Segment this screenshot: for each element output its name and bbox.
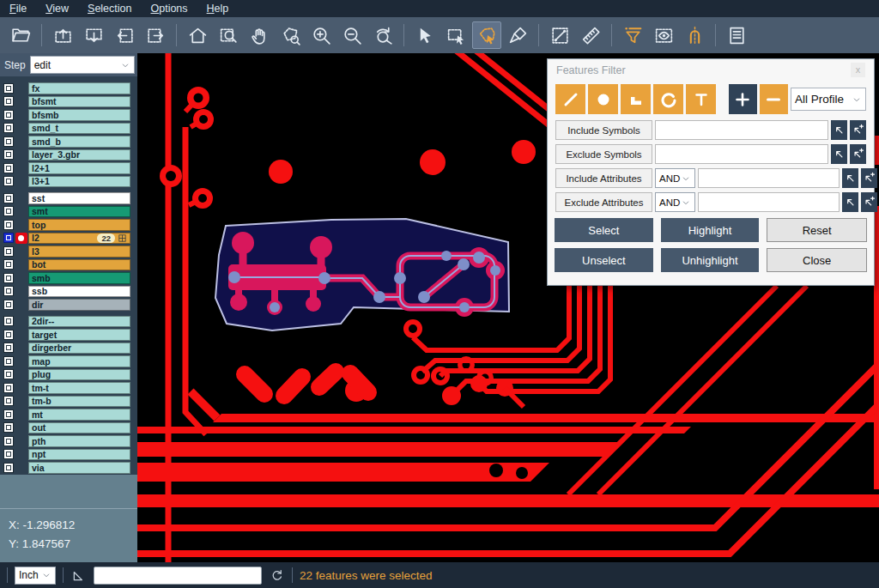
negative-polarity-button[interactable] xyxy=(760,84,788,114)
layer-checkbox-out[interactable] xyxy=(3,422,14,433)
layer-row-plug[interactable]: plug xyxy=(0,368,137,382)
dialog-close-button[interactable]: x xyxy=(851,63,865,77)
layer-row-tm-b[interactable]: tm-b xyxy=(0,395,137,409)
menu-file[interactable]: File xyxy=(0,0,36,17)
command-input[interactable] xyxy=(94,567,262,585)
layer-row-smb[interactable]: smb xyxy=(0,271,137,285)
corner-tool-icon[interactable] xyxy=(70,567,87,584)
layer-checkbox-tm-b[interactable] xyxy=(3,396,14,406)
pick-from-canvas-button[interactable] xyxy=(842,168,858,188)
layer-checkbox-top[interactable] xyxy=(3,220,14,230)
report-list-button[interactable] xyxy=(722,21,751,49)
layer-row-map[interactable]: map xyxy=(0,355,137,368)
layer-bar-l2+1[interactable]: l2+1 xyxy=(28,162,130,174)
exclude-symbols-input[interactable] xyxy=(655,144,828,164)
layer-checkbox-dir[interactable] xyxy=(3,300,14,310)
layer-bar-dirgerber[interactable]: dirgerber xyxy=(28,342,130,355)
select-rectangle-button[interactable] xyxy=(441,21,470,49)
layer-row-dirgerber[interactable]: dirgerber xyxy=(0,342,137,355)
menu-view[interactable]: View xyxy=(36,0,78,17)
layer-row-smd_b[interactable]: smd_b xyxy=(0,135,137,149)
pick-add-from-canvas-button[interactable] xyxy=(850,120,866,140)
layer-checkbox-smt[interactable] xyxy=(3,206,14,216)
pick-from-canvas-button[interactable] xyxy=(842,192,858,212)
layer-checkbox-layer_3.gbr[interactable] xyxy=(3,149,14,160)
layer-row-dir[interactable]: dir xyxy=(0,298,137,312)
layer-bar-top[interactable]: top xyxy=(28,219,130,231)
layer-checkbox-plug[interactable] xyxy=(3,369,14,379)
layer-checkbox-tm-t[interactable] xyxy=(3,383,14,393)
layer-bar-plug[interactable]: plug xyxy=(28,369,130,381)
exclude-attributes-input[interactable] xyxy=(698,192,840,212)
layer-checkbox-l3[interactable] xyxy=(3,246,14,257)
layer-bar-bfsmt[interactable]: bfsmt xyxy=(28,96,130,108)
and-or-select[interactable]: AND xyxy=(655,168,695,188)
zoom-in-button[interactable] xyxy=(306,21,336,49)
layer-row-smd_t[interactable]: smd_t xyxy=(0,122,137,136)
layer-row-l2[interactable]: l222 xyxy=(0,232,137,246)
filter-surface-button[interactable] xyxy=(621,84,651,114)
layer-checkbox-npt[interactable] xyxy=(3,449,14,459)
unselect-button[interactable]: Unselect xyxy=(555,248,653,272)
exclude-symbols-label[interactable]: Exclude Symbols xyxy=(555,144,652,164)
home-view-button[interactable] xyxy=(183,21,212,49)
layer-checkbox-ssb[interactable] xyxy=(3,286,14,296)
include-symbols-input[interactable] xyxy=(655,120,828,140)
layer-row-via[interactable]: via xyxy=(0,461,137,475)
move-up-button[interactable] xyxy=(48,21,77,49)
move-left-button[interactable] xyxy=(110,21,139,49)
layer-checkbox-fx[interactable] xyxy=(3,83,14,94)
layer-row-top[interactable]: top xyxy=(0,218,137,232)
layer-bar-mt[interactable]: mt xyxy=(28,409,130,421)
highlight-button[interactable]: Highlight xyxy=(661,218,760,242)
layer-checkbox-bfsmt[interactable] xyxy=(3,96,14,106)
menu-options[interactable]: Options xyxy=(141,0,197,17)
filter-arc-button[interactable] xyxy=(653,84,683,114)
layer-checkbox-bot[interactable] xyxy=(3,259,14,270)
layer-row-bfsmb[interactable]: bfsmb xyxy=(0,108,137,122)
layer-row-layer_3.gbr[interactable]: layer_3.gbr xyxy=(0,149,137,162)
units-select[interactable]: Inch xyxy=(15,567,56,585)
selection-overlay[interactable] xyxy=(215,219,509,330)
measure-distance-button[interactable] xyxy=(545,21,574,49)
features-filter-button[interactable] xyxy=(618,21,647,49)
select-cursor-button[interactable] xyxy=(410,21,440,49)
layer-bar-l3+1[interactable]: l3+1 xyxy=(28,176,130,188)
layer-checkbox-l3+1[interactable] xyxy=(3,176,14,186)
layer-row-fx[interactable]: fx xyxy=(0,82,137,95)
step-select[interactable]: edit xyxy=(30,56,135,74)
layer-row-2dir--[interactable]: 2dir-- xyxy=(0,315,137,329)
layer-row-smt[interactable]: smt xyxy=(0,205,137,219)
positive-polarity-button[interactable] xyxy=(729,84,757,114)
layer-bar-ssb[interactable]: ssb xyxy=(28,286,130,298)
pick-from-canvas-button[interactable] xyxy=(831,144,847,164)
layer-bar-smt[interactable]: smt xyxy=(28,206,130,218)
layer-row-pth[interactable]: pth xyxy=(0,434,137,448)
layer-checkbox-pth[interactable] xyxy=(3,436,14,446)
layer-bar-fx[interactable]: fx xyxy=(28,82,130,94)
layer-checkbox-bfsmb[interactable] xyxy=(3,110,14,120)
layer-bar-via[interactable]: via xyxy=(28,462,130,474)
layer-bar-pth[interactable]: pth xyxy=(28,435,130,447)
layer-checkbox-target[interactable] xyxy=(3,330,14,340)
reset-button[interactable]: Reset xyxy=(767,218,867,242)
layer-checkbox-mt[interactable] xyxy=(3,409,14,420)
layer-checkbox-smd_t[interactable] xyxy=(3,123,14,133)
layer-bar-tm-b[interactable]: tm-b xyxy=(28,396,130,408)
layer-checkbox-smd_b[interactable] xyxy=(3,136,14,147)
layer-checkbox-sst[interactable] xyxy=(3,193,14,203)
layer-row-tm-t[interactable]: tm-t xyxy=(0,381,137,395)
layer-bar-target[interactable]: target xyxy=(28,329,130,341)
layer-bar-smd_t[interactable]: smd_t xyxy=(28,123,130,135)
layer-bar-dir[interactable]: dir xyxy=(28,299,130,311)
open-folder-button[interactable] xyxy=(6,21,35,49)
layer-checkbox-l2[interactable] xyxy=(3,233,14,243)
measure-ruler-button[interactable] xyxy=(576,21,605,49)
close-button[interactable]: Close xyxy=(767,248,867,272)
profile-select[interactable]: All Profile xyxy=(791,88,866,111)
menu-selection[interactable]: Selection xyxy=(78,0,141,17)
zoom-previous-button[interactable] xyxy=(368,21,397,49)
layer-row-npt[interactable]: npt xyxy=(0,448,137,462)
layer-checkbox-smb[interactable] xyxy=(3,273,14,283)
select-button[interactable]: Select xyxy=(555,218,653,242)
